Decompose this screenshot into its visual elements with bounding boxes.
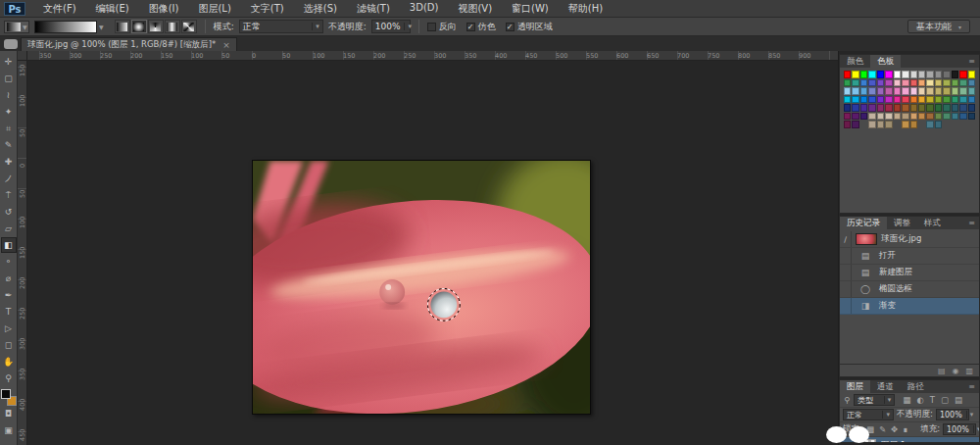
swatch[interactable]	[868, 96, 875, 104]
clone-stamp-tool-icon[interactable]: ⍑	[1, 187, 17, 203]
color-swatches[interactable]	[1, 389, 17, 406]
history-brush-source-cell[interactable]	[840, 298, 852, 314]
swatch[interactable]	[902, 96, 908, 104]
swatch[interactable]	[902, 79, 908, 87]
diamond-gradient-button[interactable]	[181, 20, 197, 33]
swatch[interactable]	[943, 96, 950, 104]
swatch[interactable]	[894, 79, 901, 87]
layer-blend-mode-select[interactable]: 正常 ▾	[843, 409, 894, 420]
layers-tab-路径[interactable]: 路径	[901, 380, 931, 393]
swatch[interactable]	[926, 121, 933, 128]
swatch[interactable]	[935, 96, 942, 104]
menu-item-3D(D)[interactable]: 3D(D)	[400, 0, 449, 18]
swatch[interactable]	[844, 104, 851, 112]
history-tab-历史记录[interactable]: 历史记录	[840, 217, 887, 229]
swatch[interactable]	[918, 104, 925, 112]
swatch[interactable]	[902, 87, 908, 95]
horizontal-ruler[interactable]: 3503002502001501005005010015020025030035…	[18, 51, 838, 61]
zoom-tool-icon[interactable]: ⚲	[1, 371, 17, 386]
layers-tab-通道[interactable]: 通道	[870, 380, 901, 393]
swatch[interactable]	[910, 96, 917, 104]
layer-fill-select[interactable]: 100% ▾	[943, 423, 976, 435]
checkbox-box[interactable]: ✓	[466, 23, 475, 31]
hand-tool-icon[interactable]: ✋	[1, 354, 17, 370]
swatch[interactable]	[952, 113, 958, 121]
swatch[interactable]	[902, 113, 908, 121]
swatch[interactable]	[926, 96, 933, 104]
swatch[interactable]	[959, 113, 966, 121]
swatch[interactable]	[860, 87, 867, 95]
history-tab-样式[interactable]: 样式	[917, 217, 948, 229]
crop-tool-icon[interactable]: ⌗	[1, 121, 17, 136]
swatch[interactable]	[926, 104, 933, 112]
foreground-color-swatch[interactable]	[1, 389, 11, 399]
swatch[interactable]	[959, 87, 966, 95]
swatch[interactable]	[918, 87, 925, 95]
swatch[interactable]	[860, 71, 867, 78]
path-select-tool-icon[interactable]: ▷	[1, 321, 17, 336]
swatch[interactable]	[868, 79, 875, 87]
swatch[interactable]	[894, 87, 901, 95]
angle-gradient-button[interactable]	[148, 20, 164, 33]
swatch[interactable]	[952, 71, 958, 78]
history-brush-source-cell[interactable]	[840, 248, 852, 264]
swatch[interactable]	[844, 96, 851, 104]
swatch[interactable]	[952, 87, 958, 95]
swatch[interactable]	[952, 96, 958, 104]
menu-item-选择(S)[interactable]: 选择(S)	[294, 0, 347, 18]
swatch[interactable]	[918, 96, 925, 104]
swatch[interactable]	[877, 71, 884, 78]
layers-tab-图层[interactable]: 图层	[840, 380, 870, 393]
blur-tool-icon[interactable]: ⚬	[1, 254, 17, 270]
swatch[interactable]	[844, 113, 851, 121]
swatch[interactable]	[844, 87, 851, 95]
swatch[interactable]	[852, 79, 858, 87]
brush-tool-icon[interactable]: ノ	[1, 171, 17, 186]
swatch[interactable]	[868, 104, 875, 112]
swatch[interactable]	[959, 71, 966, 78]
history-panel-menu-icon[interactable]: ≡	[964, 217, 979, 229]
menu-item-图层(L)[interactable]: 图层(L)	[188, 0, 240, 18]
menu-item-图像(I)[interactable]: 图像(I)	[139, 0, 189, 18]
swatch[interactable]	[935, 79, 942, 87]
swatch[interactable]	[935, 113, 942, 121]
swatch[interactable]	[868, 71, 875, 78]
history-state[interactable]: ◯椭圆选框	[840, 281, 979, 298]
swatch[interactable]	[885, 113, 892, 121]
reflected-gradient-button[interactable]	[165, 20, 180, 33]
checkbox-仿色[interactable]: ✓仿色	[466, 21, 496, 33]
checkbox-box[interactable]: ✓	[506, 23, 514, 31]
shape-tool-icon[interactable]: ◻	[1, 337, 17, 353]
checkbox-透明区域[interactable]: ✓透明区域	[506, 21, 553, 33]
swatch[interactable]	[885, 104, 892, 112]
swatch[interactable]	[868, 87, 875, 95]
swatch[interactable]	[968, 104, 975, 112]
swatches-tab-色板[interactable]: 色板	[870, 55, 901, 68]
swatch[interactable]	[860, 113, 867, 121]
swatch[interactable]	[968, 71, 975, 78]
swatch[interactable]	[852, 96, 858, 104]
swatch[interactable]	[868, 121, 875, 128]
tool-preset-picker[interactable]: ▼	[4, 21, 29, 33]
swatch[interactable]	[910, 121, 917, 128]
menu-item-滤镜(T)[interactable]: 滤镜(T)	[347, 0, 400, 18]
swatch[interactable]	[844, 79, 851, 87]
opacity-select[interactable]: 100% ▾	[371, 20, 411, 33]
swatch[interactable]	[943, 87, 950, 95]
swatch[interactable]	[935, 104, 942, 112]
swatch[interactable]	[844, 71, 851, 78]
workspace-switcher-button[interactable]: 基本功能 ▾	[907, 20, 970, 33]
swatch[interactable]	[852, 87, 858, 95]
history-state[interactable]: ∕球面化.jpg	[840, 231, 979, 248]
layer-opacity-select[interactable]: 100% ▾	[936, 409, 969, 420]
swatch[interactable]	[959, 104, 966, 112]
swatch[interactable]	[952, 79, 958, 87]
eyedropper-tool-icon[interactable]: ✎	[1, 137, 17, 153]
swatch[interactable]	[877, 79, 884, 87]
swatch[interactable]	[926, 113, 933, 121]
history-state[interactable]: ▤打开	[840, 248, 979, 265]
swatch[interactable]	[935, 121, 942, 128]
layers-panel-menu-icon[interactable]: ≡	[964, 380, 979, 393]
swatch[interactable]	[885, 121, 892, 128]
swatch[interactable]	[926, 79, 933, 87]
